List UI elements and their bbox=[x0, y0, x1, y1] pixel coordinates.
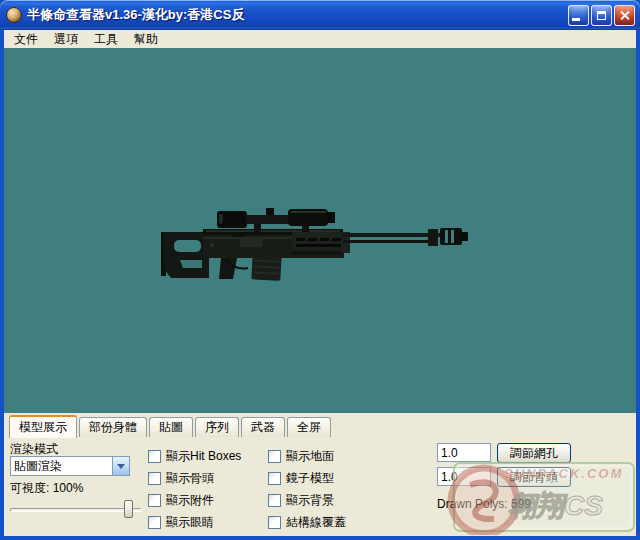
render-mode-value: 貼圖渲染 bbox=[11, 458, 112, 475]
chevron-down-icon bbox=[117, 464, 125, 469]
menu-options[interactable]: 選項 bbox=[46, 30, 86, 49]
sniper-rifle-model bbox=[4, 48, 636, 413]
adjust-mesh-button[interactable]: 調節網孔 bbox=[497, 443, 571, 463]
menu-tools[interactable]: 工具 bbox=[86, 30, 126, 49]
checkbox-row-attachments[interactable]: 顯示附件 bbox=[148, 489, 241, 511]
show-attachments-checkbox[interactable] bbox=[148, 494, 161, 507]
maximize-icon bbox=[597, 11, 606, 20]
show-hitboxes-label: 顯示Hit Boxes bbox=[166, 448, 241, 465]
opacity-label: 可視度: 100% bbox=[10, 480, 83, 497]
tab-model-display[interactable]: 模型展示 bbox=[9, 415, 77, 438]
minimize-icon bbox=[572, 18, 580, 21]
show-eyes-label: 顯示眼睛 bbox=[166, 514, 214, 531]
checkbox-row-mirror[interactable]: 鏡子模型 bbox=[268, 467, 346, 489]
drawn-polys-status: Drawn Polys: 599 bbox=[437, 497, 531, 511]
menu-bar: 文件 選項 工具 幫助 bbox=[0, 30, 640, 48]
slider-thumb[interactable] bbox=[124, 500, 133, 518]
checkbox-column-right: 顯示地面 鏡子模型 顯示背景 結構線覆蓋 bbox=[268, 445, 346, 533]
model-viewport[interactable] bbox=[0, 48, 640, 413]
checkbox-row-wireframe[interactable]: 結構線覆蓋 bbox=[268, 511, 346, 533]
control-panel: 渲染模式 貼圖渲染 可視度: 100% 顯示Hit Boxes 顯示骨頭 顯示附… bbox=[0, 437, 640, 536]
show-eyes-checkbox[interactable] bbox=[148, 516, 161, 529]
minimize-button[interactable] bbox=[568, 5, 589, 26]
menu-help[interactable]: 幫助 bbox=[126, 30, 166, 49]
slider-track[interactable] bbox=[10, 508, 142, 512]
window-title: 半條命查看器v1.36-漢化by:香港CS反 bbox=[27, 6, 568, 24]
app-icon[interactable] bbox=[6, 7, 22, 23]
show-hitboxes-checkbox[interactable] bbox=[148, 450, 161, 463]
tab-body-parts[interactable]: 部份身體 bbox=[79, 417, 147, 437]
opacity-slider[interactable] bbox=[10, 499, 142, 519]
close-button[interactable] bbox=[614, 5, 635, 26]
mirror-model-label: 鏡子模型 bbox=[286, 470, 334, 487]
show-bones-checkbox[interactable] bbox=[148, 472, 161, 485]
wireframe-overlay-checkbox[interactable] bbox=[268, 516, 281, 529]
close-icon bbox=[619, 10, 630, 21]
tab-fullscreen[interactable]: 全屏 bbox=[287, 417, 331, 437]
window-bottom-border bbox=[0, 536, 640, 540]
checkbox-row-bones[interactable]: 顯示骨頭 bbox=[148, 467, 241, 489]
checkbox-row-ground[interactable]: 顯示地面 bbox=[268, 445, 346, 467]
checkbox-row-background[interactable]: 顯示背景 bbox=[268, 489, 346, 511]
menu-file[interactable]: 文件 bbox=[6, 30, 46, 49]
render-mode-dropdown[interactable]: 貼圖渲染 bbox=[10, 456, 130, 476]
show-ground-checkbox[interactable] bbox=[268, 450, 281, 463]
checkbox-column-left: 顯示Hit Boxes 顯示骨頭 顯示附件 顯示眼睛 bbox=[148, 445, 241, 533]
tab-textures[interactable]: 貼圖 bbox=[149, 417, 193, 437]
checkbox-row-hitboxes[interactable]: 顯示Hit Boxes bbox=[148, 445, 241, 467]
show-ground-label: 顯示地面 bbox=[286, 448, 334, 465]
app-window: 半條命查看器v1.36-漢化by:香港CS反 文件 選項 工具 幫助 bbox=[0, 0, 640, 540]
show-bones-label: 顯示骨頭 bbox=[166, 470, 214, 487]
dropdown-button[interactable] bbox=[112, 457, 129, 475]
tab-sequences[interactable]: 序列 bbox=[195, 417, 239, 437]
wireframe-overlay-label: 結構線覆蓋 bbox=[286, 514, 346, 531]
maximize-button[interactable] bbox=[591, 5, 612, 26]
checkbox-row-eyes[interactable]: 顯示眼睛 bbox=[148, 511, 241, 533]
bone-scale-input[interactable] bbox=[437, 467, 491, 486]
adjust-bone-button[interactable]: 調節骨頭 bbox=[497, 467, 571, 487]
show-background-label: 顯示背景 bbox=[286, 492, 334, 509]
title-bar[interactable]: 半條命查看器v1.36-漢化by:香港CS反 bbox=[0, 0, 640, 30]
show-attachments-label: 顯示附件 bbox=[166, 492, 214, 509]
show-background-checkbox[interactable] bbox=[268, 494, 281, 507]
tab-weapons[interactable]: 武器 bbox=[241, 417, 285, 437]
mirror-model-checkbox[interactable] bbox=[268, 472, 281, 485]
mesh-scale-input[interactable] bbox=[437, 443, 491, 462]
tab-strip: 模型展示 部份身體 貼圖 序列 武器 全屏 bbox=[0, 413, 640, 437]
